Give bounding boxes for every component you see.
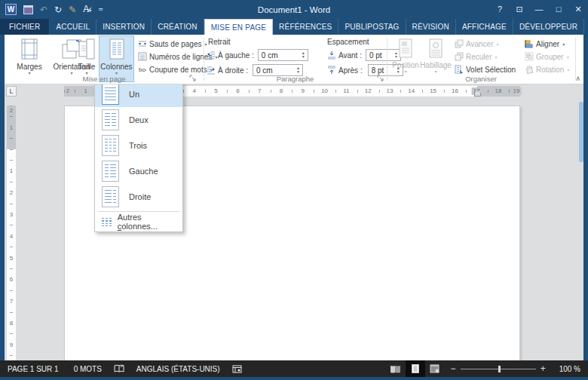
tab-d-veloppeur[interactable]: DÉVELOPPEUR	[513, 19, 584, 35]
grouper-button[interactable]: Grouper▾	[525, 51, 569, 62]
tab-cr-ation[interactable]: CRÉATION	[152, 19, 204, 35]
dropdown-caret: ▾	[420, 69, 452, 75]
word-logo-icon[interactable]: W	[5, 4, 17, 15]
bring-forward-icon	[455, 39, 464, 48]
spacing-before-row: Avant : 0 pt ▲▼	[327, 49, 401, 61]
ribbon-display-options-icon[interactable]: ⊡	[510, 0, 529, 19]
ruler-number: 15	[428, 87, 438, 95]
redo-icon[interactable]: ↻	[54, 3, 62, 17]
indent-left-icon	[207, 51, 216, 60]
group-icon	[525, 52, 534, 61]
tab-r-vision[interactable]: RÉVISION	[406, 19, 456, 35]
tab-r-f-rences[interactable]: RÉFÉRENCES	[273, 19, 338, 35]
ruler-number: 3	[8, 210, 15, 219]
restore-icon[interactable]: □	[549, 0, 568, 19]
tab-compl-ment[interactable]: COMPLÉMENT	[584, 19, 588, 35]
print-layout-icon[interactable]	[406, 360, 425, 377]
tab-publipostag[interactable]: PUBLIPOSTAG	[338, 19, 406, 35]
tab-affichage[interactable]: AFFICHAGE	[456, 19, 513, 35]
menu-item-un[interactable]: Un	[95, 84, 182, 107]
zoom-level[interactable]: 100 %	[552, 365, 588, 373]
taille-icon	[78, 38, 96, 60]
tab-insertion[interactable]: INSERTION	[96, 19, 152, 35]
rotate-icon	[525, 65, 534, 74]
minimize-icon[interactable]: —	[529, 0, 549, 19]
reculer-button[interactable]: Reculer▾	[455, 51, 497, 62]
group-label-mise-en-page: Mise en page	[5, 75, 204, 83]
line-numbers-icon	[138, 52, 147, 61]
espacement-title: Espacement	[327, 38, 369, 46]
ruler-number: 1	[8, 123, 15, 131]
numeros-de-lignes-button[interactable]: Numéros de lignes▾	[138, 51, 217, 62]
spinner-arrows[interactable]: ▲▼	[299, 50, 308, 60]
font-style-icon[interactable]: A̷▾	[83, 2, 91, 17]
volet-selection-button[interactable]: Volet Sélection	[455, 64, 516, 75]
ruler-number: 9	[300, 87, 306, 95]
collapse-ribbon-icon[interactable]: ∧	[575, 75, 580, 82]
dropdown-caret: ▾	[392, 69, 419, 75]
language-indicator[interactable]: ANGLAIS (ÉTATS-UNIS)	[129, 365, 228, 373]
word-window: W ↶ ↻ ✎ A̷▾ ≂ Document1 - Word ? ⊡ — □ ✕…	[0, 0, 588, 380]
page-setup-dialog-launcher[interactable]	[189, 75, 197, 82]
quick-access-toolbar: W ↶ ↻ ✎ A̷▾ ≂	[0, 2, 103, 17]
document-area: L 2112345678910111213141516171819 211234…	[5, 84, 583, 360]
page-indicator[interactable]: PAGE 1 SUR 1	[0, 365, 66, 373]
ruler-number: 8	[8, 319, 15, 327]
avancer-button[interactable]: Avancer▾	[455, 38, 499, 49]
ruler-number: 6	[8, 275, 15, 283]
paragraph-dialog-launcher[interactable]	[377, 75, 384, 82]
page-break-icon	[138, 39, 147, 48]
group-label-paragraphe: Paragraphe	[204, 75, 387, 83]
coupure-de-mots-button[interactable]: bc Coupure de mots▾	[138, 64, 213, 75]
ruler-number: 19	[512, 87, 522, 95]
ruler-number: 8	[278, 87, 284, 95]
undo-icon[interactable]: ↶	[40, 3, 47, 17]
word-count[interactable]: 0 MOTS	[66, 365, 109, 373]
menu-item-autres-colonnes[interactable]: Autres colonnes...	[95, 213, 182, 230]
read-mode-icon[interactable]	[386, 360, 406, 377]
menu-item-trois[interactable]: Trois	[95, 133, 182, 158]
zoom-in-icon[interactable]: +	[541, 365, 546, 372]
vertical-scrollbar[interactable]	[579, 102, 583, 162]
ribbon: Marges ▾ Orientation ▾ Taille ▾ Colonnes…	[5, 35, 583, 84]
ruler-number: 13	[385, 87, 395, 95]
proofing-icon[interactable]	[109, 360, 129, 377]
zoom-handle[interactable]	[498, 366, 501, 372]
macro-record-icon[interactable]	[228, 360, 247, 377]
vertical-ruler[interactable]: 21123456789	[7, 106, 16, 360]
ruler-number: 4	[8, 231, 15, 240]
save-icon[interactable]	[23, 5, 33, 14]
columns-two-icon	[102, 109, 119, 130]
indent-left-row: À gauche : 0 cm ▲▼	[207, 49, 308, 61]
help-icon[interactable]: ?	[490, 0, 510, 19]
menu-item-droite[interactable]: Droite	[95, 184, 182, 210]
columns-three-icon	[102, 135, 119, 156]
format-brush-icon[interactable]: ✎	[69, 3, 76, 17]
align-icon	[525, 39, 534, 48]
menu-item-deux[interactable]: Deux	[95, 107, 182, 133]
tab-stop-selector[interactable]: L	[6, 86, 17, 97]
tab-accueil[interactable]: ACCUEIL	[50, 19, 96, 35]
web-layout-icon[interactable]	[425, 360, 445, 377]
tab-mise-en-page[interactable]: MISE EN PAGE	[204, 19, 273, 35]
spinner-arrows[interactable]: ▲▼	[294, 65, 302, 75]
indent-left-input[interactable]: 0 cm ▲▼	[258, 49, 308, 61]
ruler-number: 12	[363, 87, 373, 95]
menu-item-gauche[interactable]: Gauche	[95, 158, 182, 184]
customize-qat-icon[interactable]: ≂	[98, 3, 103, 17]
retrait-title: Retrait	[208, 38, 230, 46]
ruler-number: 1	[83, 87, 89, 95]
zoom-out-icon[interactable]: −	[451, 365, 456, 372]
close-icon[interactable]: ✕	[568, 0, 588, 19]
sauts-de-pages-button[interactable]: Sauts de pages▾	[138, 38, 207, 49]
zoom-track[interactable]	[461, 369, 536, 369]
spacing-before-icon	[327, 51, 336, 60]
ruler-number: 18	[494, 87, 504, 95]
rotation-button[interactable]: Rotation▾	[525, 64, 569, 75]
aligner-button[interactable]: Aligner▾	[525, 38, 565, 49]
zoom-slider: − +	[445, 365, 552, 372]
ruler-number: 7	[8, 297, 15, 305]
tab-fichier[interactable]: FICHIER	[0, 19, 50, 35]
ruler-number: 2	[65, 87, 71, 95]
ruler-number: 2	[8, 188, 15, 197]
